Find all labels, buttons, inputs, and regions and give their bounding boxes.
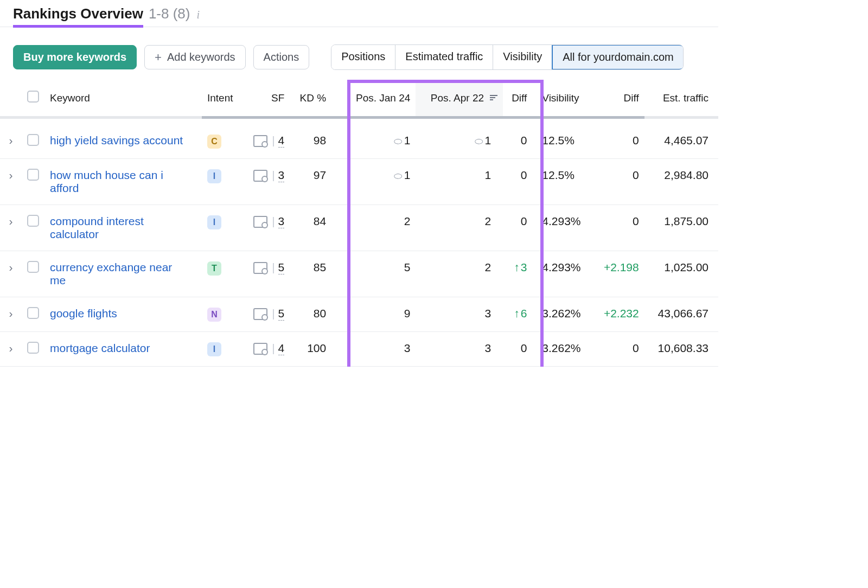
diff-vis-value: 0 — [593, 159, 644, 205]
col-intent[interactable]: Intent — [202, 80, 243, 118]
tab-positions[interactable]: Positions — [331, 45, 395, 69]
expand-chevron-icon[interactable]: › — [9, 261, 13, 273]
pos-apr22-value: 2 — [416, 251, 503, 297]
row-checkbox[interactable] — [27, 307, 39, 319]
diff-pos-value: 3 — [503, 251, 532, 297]
intent-badge[interactable]: I — [207, 169, 221, 183]
intent-badge[interactable]: N — [207, 308, 221, 322]
serp-features-icon[interactable] — [253, 135, 267, 147]
intent-badge[interactable]: I — [207, 342, 221, 356]
col-est-traffic[interactable]: Est. traffic — [644, 80, 718, 118]
page-range: 1-8 (8) — [149, 5, 190, 22]
pos-apr22-value: ⬭1 — [416, 118, 503, 159]
diff-vis-value: 0 — [593, 205, 644, 251]
table-row: ›compound interest calculatorI|3842204.2… — [0, 205, 718, 251]
kd-value: 97 — [290, 159, 331, 205]
visibility-value: 12.5% — [532, 118, 592, 159]
est-traffic-value: 43,066.67 — [644, 297, 718, 332]
visibility-value: 4.293% — [532, 205, 592, 251]
pos-jan24-value: ⬭1 — [331, 159, 416, 205]
intent-badge[interactable]: C — [207, 135, 221, 149]
row-checkbox[interactable] — [27, 342, 39, 354]
view-segmented-control: Positions Estimated traffic Visibility A… — [331, 44, 684, 70]
rankings-table: Keyword Intent SF KD % Pos. Jan 24 Pos. … — [0, 80, 718, 367]
keyword-link[interactable]: high yield savings account — [50, 134, 183, 147]
serp-features-icon[interactable] — [253, 216, 267, 228]
sf-count[interactable]: 3 — [278, 215, 285, 228]
col-pos-apr22[interactable]: Pos. Apr 22 — [416, 80, 503, 118]
serp-features-icon[interactable] — [253, 170, 267, 182]
row-checkbox[interactable] — [27, 215, 39, 227]
tab-all-domain[interactable]: All for yourdomain.com — [552, 44, 684, 70]
pos-jan24-value: ⬭1 — [331, 118, 416, 159]
intent-badge[interactable]: I — [207, 215, 221, 229]
row-checkbox[interactable] — [27, 169, 39, 181]
actions-button[interactable]: Actions — [253, 45, 310, 69]
diff-vis-value: +2.198 — [593, 251, 644, 297]
serp-features-icon[interactable] — [253, 308, 267, 320]
keyword-link[interactable]: currency exchange near me — [50, 261, 191, 287]
visibility-value: 12.5% — [532, 159, 592, 205]
link-icon: ⬭ — [475, 136, 483, 147]
link-icon: ⬭ — [394, 136, 402, 147]
add-keywords-button[interactable]: + Add keywords — [144, 45, 245, 69]
kd-value: 98 — [290, 118, 331, 159]
col-kd[interactable]: KD % — [290, 80, 331, 118]
diff-vis-value: +2.232 — [593, 297, 644, 332]
serp-features-icon[interactable] — [253, 343, 267, 355]
expand-chevron-icon[interactable]: › — [9, 215, 13, 227]
buy-keywords-label: Buy more keywords — [23, 51, 126, 63]
visibility-value: 3.262% — [532, 297, 592, 332]
est-traffic-value: 10,608.33 — [644, 332, 718, 367]
buy-keywords-button[interactable]: Buy more keywords — [13, 45, 137, 69]
keyword-link[interactable]: compound interest calculator — [50, 215, 191, 241]
col-diff-pos[interactable]: Diff — [503, 80, 532, 118]
table-row: ›currency exchange near meT|5855234.293%… — [0, 251, 718, 297]
keyword-link[interactable]: google flights — [50, 307, 117, 320]
add-keywords-label: Add keywords — [167, 51, 235, 63]
sf-count[interactable]: 4 — [278, 134, 285, 148]
col-keyword[interactable]: Keyword — [44, 80, 202, 118]
col-pos-jan24[interactable]: Pos. Jan 24 — [331, 80, 416, 118]
diff-pos-value: 0 — [503, 332, 532, 367]
col-diff-vis[interactable]: Diff — [593, 80, 644, 118]
est-traffic-value: 1,025.00 — [644, 251, 718, 297]
visibility-value: 3.262% — [532, 332, 592, 367]
kd-value: 100 — [290, 332, 331, 367]
keyword-link[interactable]: how much house can i afford — [50, 169, 191, 195]
visibility-value: 4.293% — [532, 251, 592, 297]
page-title: Rankings Overview — [13, 5, 143, 22]
col-sf[interactable]: SF — [243, 80, 290, 118]
diff-vis-value: 0 — [593, 118, 644, 159]
serp-features-icon[interactable] — [253, 262, 267, 274]
col-pos-apr22-label: Pos. Apr 22 — [431, 92, 484, 104]
sf-count[interactable]: 4 — [278, 342, 285, 355]
intent-badge[interactable]: T — [207, 261, 221, 276]
select-all-checkbox[interactable] — [27, 91, 39, 103]
kd-value: 84 — [290, 205, 331, 251]
expand-chevron-icon[interactable]: › — [9, 169, 13, 181]
diff-vis-value: 0 — [593, 332, 644, 367]
diff-pos-value: 6 — [503, 297, 532, 332]
table-row: ›google flightsN|5809363.262%+2.23243,06… — [0, 297, 718, 332]
expand-chevron-icon[interactable]: › — [9, 342, 13, 354]
expand-chevron-icon[interactable]: › — [9, 307, 13, 319]
kd-value: 80 — [290, 297, 331, 332]
keyword-link[interactable]: mortgage calculator — [50, 342, 150, 355]
sf-count[interactable]: 5 — [278, 307, 285, 321]
diff-pos-value: 0 — [503, 159, 532, 205]
sf-count[interactable]: 5 — [278, 261, 285, 274]
link-icon: ⬭ — [394, 170, 402, 182]
tab-estimated-traffic[interactable]: Estimated traffic — [395, 45, 493, 69]
diff-pos-value: 0 — [503, 205, 532, 251]
tab-visibility[interactable]: Visibility — [493, 45, 552, 69]
info-icon[interactable]: i — [196, 9, 200, 21]
expand-chevron-icon[interactable]: › — [9, 134, 13, 146]
col-visibility[interactable]: Visibility — [532, 80, 592, 118]
table-row: ›high yield savings accountC|498⬭1⬭1012.… — [0, 118, 718, 159]
pos-apr22-value: 3 — [416, 297, 503, 332]
sort-icon — [490, 95, 497, 101]
row-checkbox[interactable] — [27, 261, 39, 273]
sf-count[interactable]: 3 — [278, 169, 285, 182]
row-checkbox[interactable] — [27, 134, 39, 146]
